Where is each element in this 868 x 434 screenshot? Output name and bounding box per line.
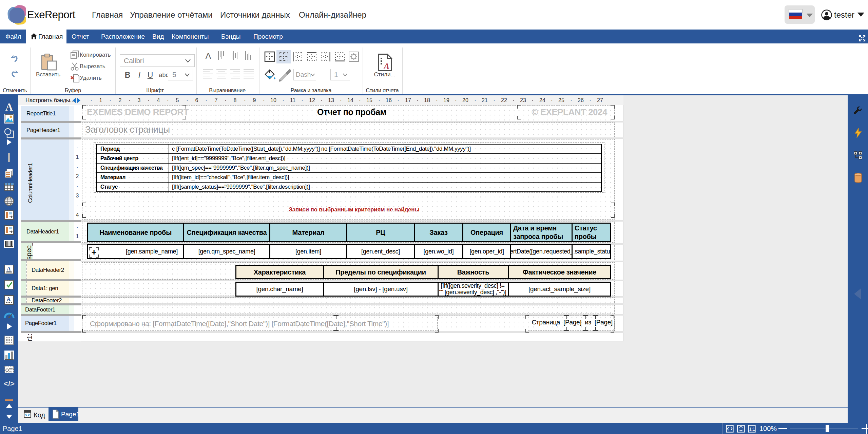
svg-text:A: A [7, 266, 11, 271]
svg-text:1:1: 1:1 [749, 427, 755, 432]
svg-text:A: A [383, 61, 389, 71]
svg-text:A: A [7, 296, 11, 302]
